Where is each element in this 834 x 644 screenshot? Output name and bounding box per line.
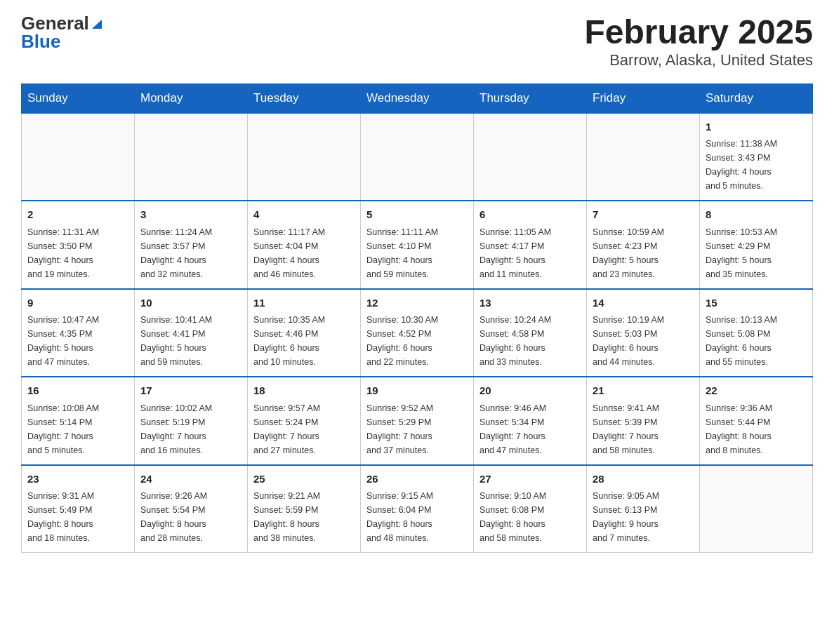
calendar-day-cell: 2Sunrise: 11:31 AMSunset: 3:50 PMDayligh… <box>22 201 135 289</box>
day-number: 15 <box>706 295 807 311</box>
day-number: 6 <box>479 207 581 223</box>
calendar-day-cell: 5Sunrise: 11:11 AMSunset: 4:10 PMDayligh… <box>361 201 474 289</box>
day-info: Sunrise: 9:52 AMSunset: 5:29 PMDaylight:… <box>366 401 468 457</box>
page-subtitle: Barrow, Alaska, United States <box>584 51 813 69</box>
day-number: 18 <box>253 383 355 399</box>
day-number: 12 <box>366 295 468 311</box>
calendar-week-row: 16Sunrise: 10:08 AMSunset: 5:14 PMDaylig… <box>22 377 813 465</box>
calendar-day-cell <box>248 113 361 201</box>
calendar-day-cell: 16Sunrise: 10:08 AMSunset: 5:14 PMDaylig… <box>22 377 135 465</box>
day-number: 20 <box>479 383 581 399</box>
day-number: 5 <box>366 207 468 223</box>
calendar-day-header: Monday <box>135 83 248 113</box>
calendar-day-cell: 28Sunrise: 9:05 AMSunset: 6:13 PMDayligh… <box>587 465 700 553</box>
day-number: 13 <box>479 295 581 311</box>
day-info: Sunrise: 10:47 AMSunset: 4:35 PMDaylight… <box>27 313 128 369</box>
calendar-day-cell: 27Sunrise: 9:10 AMSunset: 6:08 PMDayligh… <box>474 465 587 553</box>
day-number: 19 <box>366 383 468 399</box>
calendar-day-header: Friday <box>587 83 700 113</box>
calendar-week-row: 2Sunrise: 11:31 AMSunset: 3:50 PMDayligh… <box>22 201 813 289</box>
logo: General Blue <box>21 14 102 51</box>
day-info: Sunrise: 9:10 AMSunset: 6:08 PMDaylight:… <box>479 489 581 545</box>
calendar-week-row: 9Sunrise: 10:47 AMSunset: 4:35 PMDayligh… <box>22 289 813 377</box>
day-info: Sunrise: 11:11 AMSunset: 4:10 PMDaylight… <box>366 225 468 281</box>
logo-blue-text: Blue <box>21 32 60 51</box>
calendar-day-cell: 25Sunrise: 9:21 AMSunset: 5:59 PMDayligh… <box>248 465 361 553</box>
day-number: 26 <box>366 471 468 488</box>
calendar-day-cell: 19Sunrise: 9:52 AMSunset: 5:29 PMDayligh… <box>361 377 474 465</box>
calendar-day-cell: 1Sunrise: 11:38 AMSunset: 3:43 PMDayligh… <box>700 113 813 201</box>
day-number: 1 <box>706 119 807 135</box>
calendar-header-row: SundayMondayTuesdayWednesdayThursdayFrid… <box>22 83 813 113</box>
day-info: Sunrise: 11:17 AMSunset: 4:04 PMDaylight… <box>253 225 355 281</box>
day-info: Sunrise: 10:19 AMSunset: 5:03 PMDaylight… <box>593 313 694 369</box>
title-block: February 2025 Barrow, Alaska, United Sta… <box>584 14 813 69</box>
calendar-day-cell: 12Sunrise: 10:30 AMSunset: 4:52 PMDaylig… <box>361 289 474 377</box>
day-info: Sunrise: 9:15 AMSunset: 6:04 PMDaylight:… <box>366 489 468 545</box>
day-number: 10 <box>140 295 241 311</box>
day-info: Sunrise: 10:35 AMSunset: 4:46 PMDaylight… <box>253 313 355 369</box>
day-number: 17 <box>140 383 241 399</box>
day-number: 14 <box>593 295 694 311</box>
calendar-day-cell <box>474 113 587 201</box>
calendar-day-cell: 24Sunrise: 9:26 AMSunset: 5:54 PMDayligh… <box>135 465 248 553</box>
day-info: Sunrise: 9:36 AMSunset: 5:44 PMDaylight:… <box>706 401 807 457</box>
day-info: Sunrise: 9:26 AMSunset: 5:54 PMDaylight:… <box>140 489 241 545</box>
day-info: Sunrise: 9:57 AMSunset: 5:24 PMDaylight:… <box>253 401 355 457</box>
day-number: 16 <box>27 383 128 399</box>
day-info: Sunrise: 11:24 AMSunset: 3:57 PMDaylight… <box>140 225 241 281</box>
calendar-day-cell: 14Sunrise: 10:19 AMSunset: 5:03 PMDaylig… <box>587 289 700 377</box>
day-number: 22 <box>706 383 807 399</box>
day-number: 24 <box>140 471 241 488</box>
day-number: 4 <box>253 207 355 223</box>
calendar-day-cell <box>135 113 248 201</box>
calendar-day-cell: 26Sunrise: 9:15 AMSunset: 6:04 PMDayligh… <box>361 465 474 553</box>
day-info: Sunrise: 10:53 AMSunset: 4:29 PMDaylight… <box>706 225 807 281</box>
calendar-day-cell: 18Sunrise: 9:57 AMSunset: 5:24 PMDayligh… <box>248 377 361 465</box>
day-number: 7 <box>593 207 694 223</box>
day-info: Sunrise: 11:31 AMSunset: 3:50 PMDaylight… <box>27 225 128 281</box>
day-info: Sunrise: 11:05 AMSunset: 4:17 PMDaylight… <box>479 225 581 281</box>
day-info: Sunrise: 9:21 AMSunset: 5:59 PMDaylight:… <box>253 489 355 545</box>
day-number: 28 <box>593 471 694 488</box>
day-info: Sunrise: 10:59 AMSunset: 4:23 PMDaylight… <box>593 225 694 281</box>
calendar-day-cell: 4Sunrise: 11:17 AMSunset: 4:04 PMDayligh… <box>248 201 361 289</box>
day-info: Sunrise: 9:41 AMSunset: 5:39 PMDaylight:… <box>593 401 694 457</box>
day-number: 11 <box>253 295 355 311</box>
day-number: 3 <box>140 207 241 223</box>
calendar-day-header: Sunday <box>22 83 135 113</box>
day-number: 2 <box>27 207 128 223</box>
calendar-day-cell: 17Sunrise: 10:02 AMSunset: 5:19 PMDaylig… <box>135 377 248 465</box>
calendar-day-cell: 23Sunrise: 9:31 AMSunset: 5:49 PMDayligh… <box>22 465 135 553</box>
calendar-table: SundayMondayTuesdayWednesdayThursdayFrid… <box>21 83 813 554</box>
calendar-day-cell: 20Sunrise: 9:46 AMSunset: 5:34 PMDayligh… <box>474 377 587 465</box>
page-header: General Blue February 2025 Barrow, Alask… <box>21 14 813 69</box>
day-info: Sunrise: 9:46 AMSunset: 5:34 PMDaylight:… <box>479 401 581 457</box>
day-number: 23 <box>27 471 128 488</box>
day-info: Sunrise: 10:02 AMSunset: 5:19 PMDaylight… <box>140 401 241 457</box>
day-info: Sunrise: 10:30 AMSunset: 4:52 PMDaylight… <box>366 313 468 369</box>
day-number: 21 <box>593 383 694 399</box>
calendar-day-header: Wednesday <box>361 83 474 113</box>
page-title: February 2025 <box>584 14 813 51</box>
calendar-day-cell: 7Sunrise: 10:59 AMSunset: 4:23 PMDayligh… <box>587 201 700 289</box>
calendar-day-cell: 10Sunrise: 10:41 AMSunset: 4:41 PMDaylig… <box>135 289 248 377</box>
calendar-day-cell: 22Sunrise: 9:36 AMSunset: 5:44 PMDayligh… <box>700 377 813 465</box>
day-info: Sunrise: 10:41 AMSunset: 4:41 PMDaylight… <box>140 313 241 369</box>
day-number: 8 <box>706 207 807 223</box>
day-info: Sunrise: 10:13 AMSunset: 5:08 PMDaylight… <box>706 313 807 369</box>
calendar-day-cell: 9Sunrise: 10:47 AMSunset: 4:35 PMDayligh… <box>22 289 135 377</box>
calendar-day-header: Thursday <box>474 83 587 113</box>
calendar-day-cell: 13Sunrise: 10:24 AMSunset: 4:58 PMDaylig… <box>474 289 587 377</box>
calendar-day-cell: 6Sunrise: 11:05 AMSunset: 4:17 PMDayligh… <box>474 201 587 289</box>
day-info: Sunrise: 10:24 AMSunset: 4:58 PMDaylight… <box>479 313 581 369</box>
calendar-day-cell: 15Sunrise: 10:13 AMSunset: 5:08 PMDaylig… <box>700 289 813 377</box>
day-info: Sunrise: 10:08 AMSunset: 5:14 PMDaylight… <box>27 401 128 457</box>
calendar-day-cell <box>587 113 700 201</box>
calendar-day-cell: 11Sunrise: 10:35 AMSunset: 4:46 PMDaylig… <box>248 289 361 377</box>
calendar-week-row: 1Sunrise: 11:38 AMSunset: 3:43 PMDayligh… <box>22 113 813 201</box>
day-number: 9 <box>27 295 128 311</box>
logo-general-text: General <box>21 14 89 32</box>
day-info: Sunrise: 11:38 AMSunset: 3:43 PMDaylight… <box>706 137 807 193</box>
calendar-day-cell <box>361 113 474 201</box>
